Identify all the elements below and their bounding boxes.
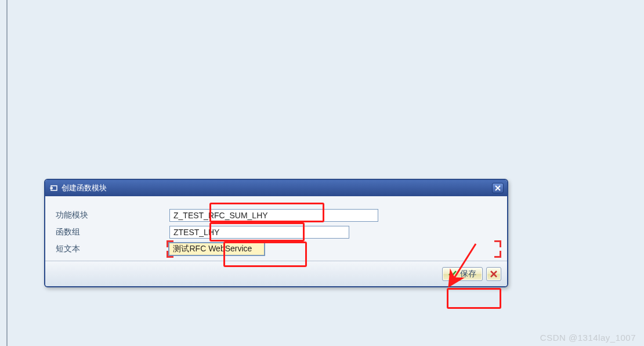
- label-function-group: 函数组: [53, 227, 169, 237]
- page-left-border: [6, 0, 8, 346]
- required-marker-icon: [494, 240, 501, 247]
- label-short-text: 短文本: [53, 244, 169, 254]
- cancel-icon: [490, 271, 497, 277]
- save-button-label: 保存: [460, 269, 476, 279]
- dialog-icon: [50, 185, 58, 192]
- check-icon: [448, 271, 457, 277]
- dialog-title: 创建函数模块: [61, 183, 107, 193]
- input-function-module[interactable]: [169, 209, 378, 222]
- dialog-body: 功能模块 函数组 短文本: [45, 196, 507, 261]
- save-button[interactable]: 保存: [442, 267, 483, 281]
- close-button[interactable]: [492, 183, 504, 193]
- input-short-text[interactable]: [169, 243, 265, 255]
- annotation-highlight-save: [447, 288, 501, 309]
- watermark-text: CSDN @1314lay_1007: [540, 333, 636, 343]
- required-marker-icon: [494, 251, 501, 258]
- input-function-group[interactable]: [169, 226, 349, 239]
- dialog-titlebar[interactable]: 创建函数模块: [45, 180, 507, 196]
- row-function-group: 函数组: [53, 224, 499, 240]
- create-function-module-dialog: 创建函数模块 功能模块 函数组 短文本 保存: [44, 179, 508, 287]
- cancel-button[interactable]: [486, 267, 501, 281]
- row-function-module: 功能模块: [53, 207, 499, 224]
- dialog-footer: 保存: [45, 261, 507, 286]
- close-icon: [495, 185, 501, 191]
- row-short-text: 短文本: [53, 240, 499, 257]
- label-function-module: 功能模块: [53, 210, 169, 221]
